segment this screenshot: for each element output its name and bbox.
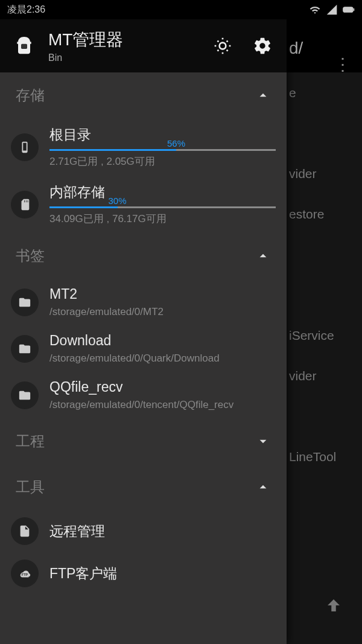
- folder-icon: [11, 335, 39, 363]
- bookmark-name: MT2: [49, 286, 276, 302]
- background-file-panel: d/ ⋮ eviderestoreiServiceviderLineTool: [287, 19, 362, 644]
- background-list-item[interactable]: [287, 477, 362, 517]
- storage-name: 根目录: [49, 126, 276, 144]
- svg-rect-1: [354, 8, 354, 11]
- status-bar: 凌晨2:36: [0, 0, 362, 19]
- section-label: 书签: [16, 246, 45, 266]
- sdcard-icon: [11, 191, 39, 218]
- section-label: 工程: [16, 432, 45, 451]
- bookmark-name: QQfile_recv: [49, 379, 276, 395]
- tool-name: FTP客户端: [49, 564, 276, 583]
- tool-item[interactable]: 远程管理: [0, 510, 287, 552]
- settings-button[interactable]: [253, 36, 272, 56]
- background-list-item[interactable]: vider: [287, 153, 362, 194]
- background-list-item[interactable]: e: [287, 72, 362, 113]
- storage-progress: 30%: [49, 206, 276, 208]
- ftp-icon: FTP: [11, 560, 39, 587]
- bookmark-name: Download: [49, 333, 276, 349]
- section-header-storage[interactable]: 存储: [0, 72, 287, 118]
- section-header-tools[interactable]: 工具: [0, 464, 287, 510]
- section-label: 工具: [16, 477, 45, 497]
- chevron-up-icon: [255, 248, 271, 264]
- folder-icon: [11, 289, 39, 316]
- app-icon: [12, 34, 36, 58]
- tool-name: 远程管理: [49, 522, 276, 541]
- storage-detail: 34.09G已用 , 76.17G可用: [49, 212, 276, 226]
- wifi-icon: [309, 4, 321, 16]
- app-title: MT管理器: [48, 28, 213, 51]
- chevron-up-icon: [255, 479, 271, 495]
- bookmark-path: /storage/emulated/0/tencent/QQfile_recv: [49, 399, 276, 411]
- file-icon: [11, 517, 39, 545]
- background-list-item[interactable]: estore: [287, 194, 362, 234]
- storage-detail: 2.71G已用 , 2.05G可用: [49, 155, 276, 168]
- storage-name: 内部存储: [49, 183, 276, 202]
- chevron-up-icon: [255, 88, 271, 103]
- background-list-item[interactable]: vider: [287, 355, 362, 396]
- background-list-item[interactable]: LineTool: [287, 436, 362, 477]
- bookmark-item[interactable]: MT2 /storage/emulated/0/MT2: [0, 279, 287, 325]
- svg-rect-2: [21, 44, 27, 49]
- navigation-drawer: MT管理器 Bin 存储 根目录 56%: [0, 19, 287, 644]
- section-header-bookmarks[interactable]: 书签: [0, 233, 287, 279]
- svg-point-3: [220, 43, 226, 49]
- drawer-header: MT管理器 Bin: [0, 19, 287, 72]
- background-list-item[interactable]: [287, 234, 362, 275]
- storage-item[interactable]: 根目录 56% 2.71G已用 , 2.05G可用: [0, 118, 287, 176]
- battery-icon: [343, 4, 355, 16]
- background-list-item[interactable]: [287, 517, 362, 558]
- bookmark-path: /storage/emulated/0/MT2: [49, 306, 276, 318]
- svg-text:FTP: FTP: [22, 573, 28, 576]
- signal-icon: [326, 4, 338, 16]
- tool-item[interactable]: FTP FTP客户端: [0, 552, 287, 595]
- bookmark-item[interactable]: Download /storage/emulated/0/Quark/Downl…: [0, 325, 287, 372]
- phone-icon: [11, 133, 39, 161]
- storage-item[interactable]: 内部存储 30% 34.09G已用 , 76.17G可用: [0, 176, 287, 233]
- section-header-project[interactable]: 工程: [0, 418, 287, 464]
- background-list-item[interactable]: [287, 275, 362, 315]
- background-list-item[interactable]: [287, 396, 362, 436]
- app-subtitle: Bin: [48, 53, 213, 63]
- theme-toggle-button[interactable]: [213, 36, 232, 56]
- overflow-menu-icon[interactable]: ⋮: [334, 54, 351, 74]
- bookmark-item[interactable]: QQfile_recv /storage/emulated/0/tencent/…: [0, 372, 287, 418]
- status-time: 凌晨2:36: [7, 4, 45, 16]
- folder-icon: [11, 381, 39, 409]
- svg-rect-5: [23, 142, 27, 150]
- background-list-item[interactable]: iService: [287, 315, 362, 355]
- storage-progress: 56%: [49, 149, 276, 151]
- svg-rect-0: [343, 7, 353, 13]
- background-list-item[interactable]: [287, 113, 362, 153]
- status-icons: [309, 4, 355, 16]
- chevron-down-icon: [255, 433, 271, 449]
- background-path: d/: [289, 39, 303, 58]
- bookmark-path: /storage/emulated/0/Quark/Download: [49, 352, 276, 365]
- section-label: 存储: [16, 86, 45, 105]
- scroll-top-button[interactable]: [325, 596, 343, 617]
